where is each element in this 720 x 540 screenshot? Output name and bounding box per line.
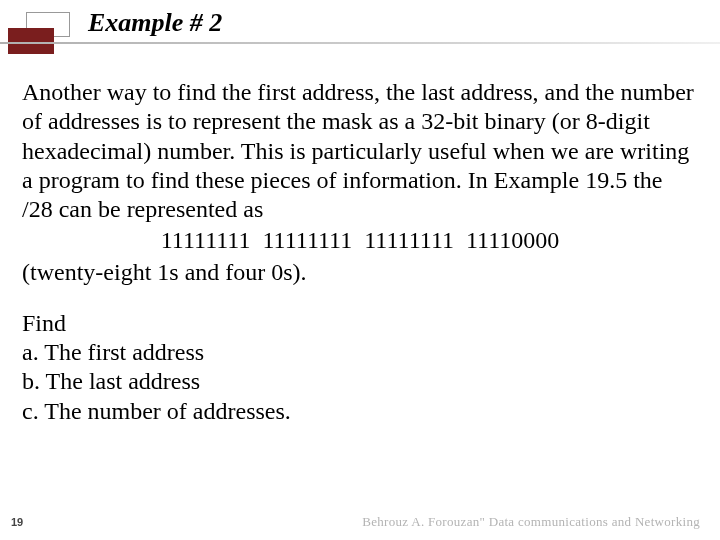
slide-body: Another way to find the first address, t… — [22, 78, 698, 426]
ornament-square-maroon — [8, 28, 54, 54]
task-c: c. The number of addresses. — [22, 397, 698, 426]
slide-ornament — [0, 0, 80, 60]
task-b: b. The last address — [22, 367, 698, 396]
title-underline — [0, 42, 720, 44]
binary-mask-line: 11111111 11111111 11111111 11110000 — [22, 226, 698, 255]
slide-title: Example # 2 — [88, 8, 222, 38]
find-label: Find — [22, 309, 698, 338]
intro-paragraph: Another way to find the first address, t… — [22, 78, 698, 224]
page-number: 19 — [11, 516, 23, 528]
task-a: a. The first address — [22, 338, 698, 367]
footer-credit: Behrouz A. Forouzan" Data communications… — [362, 514, 700, 530]
binary-mask-explanation: (twenty-eight 1s and four 0s). — [22, 258, 698, 287]
task-list: Find a. The first address b. The last ad… — [22, 309, 698, 426]
